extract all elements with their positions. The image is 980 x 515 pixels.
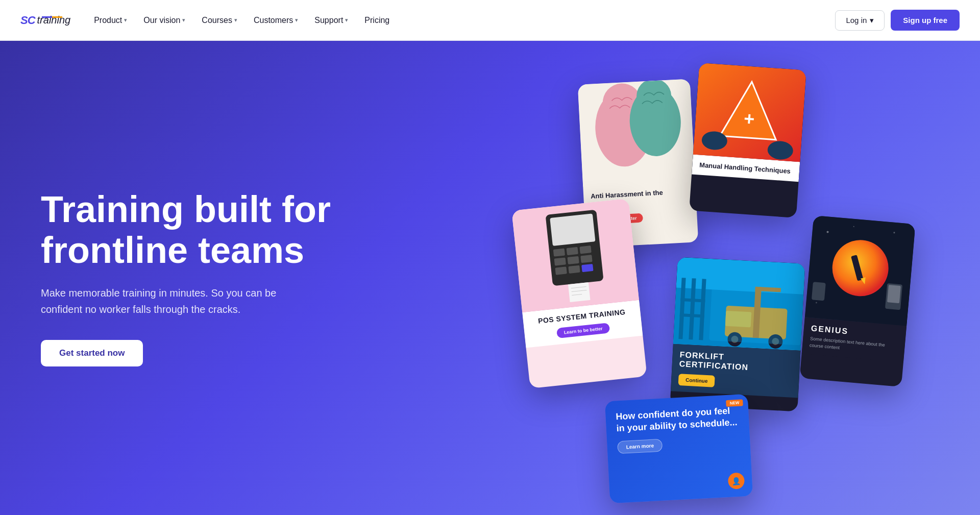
nav-item-pricing[interactable]: Pricing [357,12,397,29]
card-forklift: CERT [670,257,805,412]
svg-rect-21 [568,282,590,302]
hero-cards: QUIZ Anti Harassment [490,41,980,515]
card-tag-survey: NEW [726,399,743,407]
signup-button[interactable]: Sign up free [891,10,960,31]
card-action-button-forklift[interactable]: Continue [678,374,715,387]
login-button[interactable]: Log in ▾ [835,10,885,31]
svg-rect-53 [812,282,826,301]
nav-actions: Log in ▾ Sign up free [835,10,960,31]
card-action-button-pos[interactable]: Learn to be better [556,323,610,338]
card-image-pos [511,199,639,312]
card-image-genius [805,215,916,326]
svg-rect-20 [581,264,593,272]
card-body-forklift: FORKLIFT CERTIFICATION Continue [671,344,801,398]
card-title-forklift: FORKLIFT CERTIFICATION [679,350,793,375]
get-started-button[interactable]: Get started now [41,340,143,366]
logo-sc: SC [20,14,35,27]
svg-rect-17 [580,255,592,263]
hero-title: Training built for frontline teams [41,189,347,270]
chevron-down-icon: ▾ [295,17,298,23]
svg-text:+: + [743,108,755,129]
chevron-down-icon: ▾ [234,17,237,23]
card-illustration [578,79,695,186]
svg-rect-16 [567,256,579,264]
card-manual-handling: CERT + [689,63,806,218]
nav-item-our-vision[interactable]: Our vision ▾ [136,12,192,29]
svg-rect-18 [555,266,567,275]
nav-item-customers[interactable]: Customers ▾ [247,12,305,29]
svg-rect-14 [579,246,591,254]
nav-links: Product ▾ Our vision ▾ Courses ▾ Custome… [87,12,835,29]
card-pos: QUIZ [511,199,647,388]
chevron-down-icon: ▾ [870,16,874,25]
hero-subtitle: Make memorable training in minutes. So y… [41,285,306,317]
hero-content: Training built for frontline teams Make … [0,189,347,366]
logo-underline [42,16,62,18]
card-action-button-survey[interactable]: Learn more [617,438,663,454]
svg-rect-19 [568,265,580,274]
svg-rect-12 [553,249,565,257]
svg-rect-52 [887,285,901,303]
svg-rect-15 [554,257,566,265]
nav-item-product[interactable]: Product ▾ [87,12,134,29]
card-survey: NEW How confident do you feel in your ab… [605,394,753,503]
svg-rect-11 [550,213,595,246]
chevron-down-icon: ▾ [345,17,348,23]
svg-rect-13 [567,247,578,255]
card-title-manual: Manual Handling Techniques [699,161,793,176]
svg-rect-40 [709,274,804,345]
logo[interactable]: SC training [20,14,70,27]
hero-section: Training built for frontline teams Make … [0,41,980,515]
card-image-forklift [673,257,805,351]
nav-item-support[interactable]: Support ▾ [307,12,355,29]
card-image-manual: + [693,63,806,162]
chevron-down-icon: ▾ [124,17,127,23]
navbar: SC training Product ▾ Our vision ▾ Cours… [0,0,980,41]
card-genius: QUIZ [799,215,915,387]
avatar: 👤 [728,472,745,489]
nav-item-courses[interactable]: Courses ▾ [194,12,244,29]
card-title-survey: How confident do you feel in your abilit… [616,405,739,435]
chevron-down-icon: ▾ [182,17,185,23]
